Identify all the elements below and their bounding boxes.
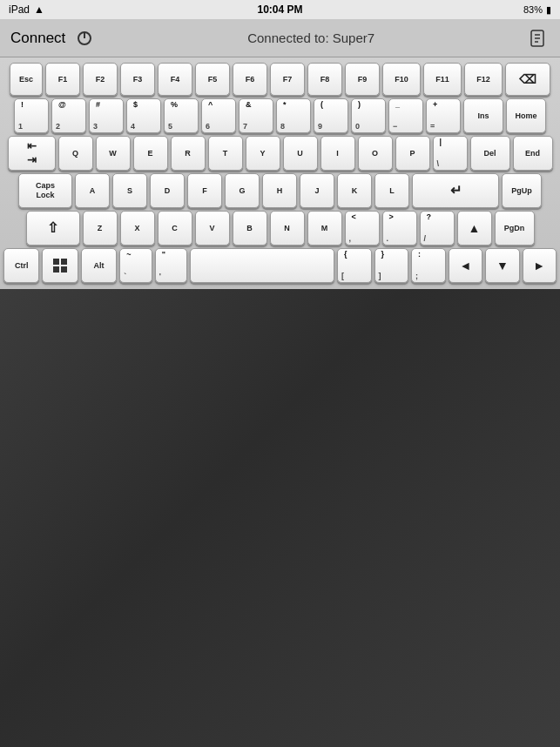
key-9[interactable]: (9 bbox=[314, 98, 348, 133]
key-f5[interactable]: F5 bbox=[195, 63, 230, 96]
key-openbracket[interactable]: {[ bbox=[337, 248, 372, 283]
key-t[interactable]: T bbox=[208, 136, 243, 171]
power-button[interactable] bbox=[72, 26, 97, 50]
status-bar: iPad ▲ 10:04 PM 83% ▮ bbox=[0, 0, 560, 19]
key-minus[interactable]: _− bbox=[388, 98, 423, 133]
screenshot-button[interactable] bbox=[525, 26, 550, 50]
key-e[interactable]: E bbox=[133, 136, 168, 171]
key-k[interactable]: K bbox=[337, 173, 372, 208]
key-win[interactable] bbox=[42, 248, 78, 283]
device-label: iPad bbox=[9, 3, 30, 16]
key-z[interactable]: Z bbox=[83, 211, 118, 246]
key-f10[interactable]: F10 bbox=[382, 63, 421, 96]
key-enter[interactable]: ↵ bbox=[412, 173, 499, 208]
connection-status: Connected to: Super7 bbox=[247, 30, 374, 45]
key-s[interactable]: S bbox=[112, 173, 147, 208]
svg-rect-7 bbox=[61, 259, 67, 265]
key-6[interactable]: ^6 bbox=[201, 98, 236, 133]
trackpad-area[interactable] bbox=[0, 289, 560, 747]
key-3[interactable]: #3 bbox=[89, 98, 124, 133]
key-j[interactable]: J bbox=[300, 173, 334, 208]
key-b[interactable]: B bbox=[233, 211, 267, 246]
key-8[interactable]: *8 bbox=[276, 98, 311, 133]
key-2[interactable]: @2 bbox=[51, 98, 86, 133]
key-g[interactable]: G bbox=[225, 173, 260, 208]
key-p[interactable]: P bbox=[395, 136, 430, 171]
key-r[interactable]: R bbox=[171, 136, 206, 171]
main-container: Esc F1 F2 F3 F4 F5 F6 F7 F8 F9 F10 F11 F… bbox=[0, 57, 560, 747]
key-row-5: Ctrl Alt ~` "' {[ }] :; ◄ ▼ ► bbox=[3, 248, 557, 283]
key-backtick[interactable]: ~` bbox=[119, 248, 152, 283]
key-quote[interactable]: "' bbox=[155, 248, 188, 283]
key-semicolon[interactable]: :; bbox=[411, 248, 446, 283]
key-m[interactable]: M bbox=[307, 211, 342, 246]
key-pgdn[interactable]: PgDn bbox=[495, 211, 535, 246]
connect-button[interactable]: Connect bbox=[10, 30, 65, 47]
key-7[interactable]: &7 bbox=[239, 98, 273, 133]
key-comma[interactable]: <, bbox=[345, 211, 380, 246]
key-row-0: Esc F1 F2 F3 F4 F5 F6 F7 F8 F9 F10 F11 F… bbox=[3, 63, 557, 96]
key-f[interactable]: F bbox=[187, 173, 222, 208]
key-4[interactable]: $4 bbox=[126, 98, 161, 133]
key-equals[interactable]: += bbox=[426, 98, 461, 133]
key-1[interactable]: !1 bbox=[14, 98, 49, 133]
svg-rect-9 bbox=[61, 266, 67, 273]
key-shift-left[interactable]: ⇧ bbox=[26, 211, 80, 246]
key-esc[interactable]: Esc bbox=[10, 63, 43, 96]
key-ctrl[interactable]: Ctrl bbox=[3, 248, 39, 283]
key-i[interactable]: I bbox=[320, 136, 355, 171]
key-row-1: !1 @2 #3 $4 %5 ^6 &7 *8 (9 )0 _− += Ins … bbox=[3, 98, 557, 133]
key-f11[interactable]: F11 bbox=[423, 63, 462, 96]
key-x[interactable]: X bbox=[120, 211, 155, 246]
key-del[interactable]: Del bbox=[470, 136, 510, 171]
key-space[interactable] bbox=[190, 248, 334, 283]
key-f4[interactable]: F4 bbox=[158, 63, 192, 96]
status-right: 83% ▮ bbox=[523, 4, 551, 16]
key-f8[interactable]: F8 bbox=[307, 63, 342, 96]
key-backslash[interactable]: |\ bbox=[433, 136, 468, 171]
key-home[interactable]: Home bbox=[506, 98, 546, 133]
nav-bar: Connect Connected to: Super7 bbox=[0, 19, 560, 57]
key-c[interactable]: C bbox=[158, 211, 192, 246]
key-row-4: ⇧ Z X C V B N M <, >. ?/ ▲ PgDn bbox=[3, 211, 557, 246]
key-d[interactable]: D bbox=[150, 173, 185, 208]
key-f2[interactable]: F2 bbox=[83, 63, 118, 96]
key-f1[interactable]: F1 bbox=[45, 63, 80, 96]
key-f6[interactable]: F6 bbox=[233, 63, 267, 96]
key-closebracket[interactable]: }] bbox=[374, 248, 409, 283]
key-alt[interactable]: Alt bbox=[81, 248, 117, 283]
key-arrow-right[interactable]: ► bbox=[523, 248, 557, 283]
key-backspace[interactable]: ⌫ bbox=[505, 63, 550, 96]
key-y[interactable]: Y bbox=[246, 136, 280, 171]
key-5[interactable]: %5 bbox=[164, 98, 199, 133]
battery-label: 83% bbox=[523, 4, 543, 15]
key-period[interactable]: >. bbox=[382, 211, 417, 246]
key-u[interactable]: U bbox=[283, 136, 318, 171]
key-arrow-down[interactable]: ▼ bbox=[485, 248, 519, 283]
key-f9[interactable]: F9 bbox=[345, 63, 380, 96]
key-v[interactable]: V bbox=[195, 211, 230, 246]
key-arrow-up[interactable]: ▲ bbox=[457, 211, 492, 246]
key-l[interactable]: L bbox=[374, 173, 409, 208]
key-a[interactable]: A bbox=[75, 173, 110, 208]
key-o[interactable]: O bbox=[358, 136, 393, 171]
key-f3[interactable]: F3 bbox=[120, 63, 155, 96]
key-f7[interactable]: F7 bbox=[270, 63, 305, 96]
key-slash[interactable]: ?/ bbox=[420, 211, 455, 246]
key-tab[interactable]: ⇤⇥ bbox=[8, 136, 56, 171]
key-0[interactable]: )0 bbox=[351, 98, 386, 133]
key-ins[interactable]: Ins bbox=[463, 98, 503, 133]
key-row-3: CapsLock A S D F G H J K L ↵ PgUp bbox=[3, 173, 557, 208]
key-n[interactable]: N bbox=[270, 211, 305, 246]
key-capslock[interactable]: CapsLock bbox=[18, 173, 72, 208]
key-row-2: ⇤⇥ Q W E R T Y U I O P |\ Del End bbox=[3, 136, 557, 171]
time-display: 10:04 PM bbox=[257, 3, 302, 16]
key-q[interactable]: Q bbox=[58, 136, 93, 171]
key-pgup[interactable]: PgUp bbox=[502, 173, 542, 208]
key-h[interactable]: H bbox=[262, 173, 297, 208]
key-arrow-left[interactable]: ◄ bbox=[449, 248, 482, 283]
key-end[interactable]: End bbox=[513, 136, 553, 171]
key-f12[interactable]: F12 bbox=[464, 63, 503, 96]
key-w[interactable]: W bbox=[96, 136, 131, 171]
svg-rect-8 bbox=[53, 266, 59, 273]
